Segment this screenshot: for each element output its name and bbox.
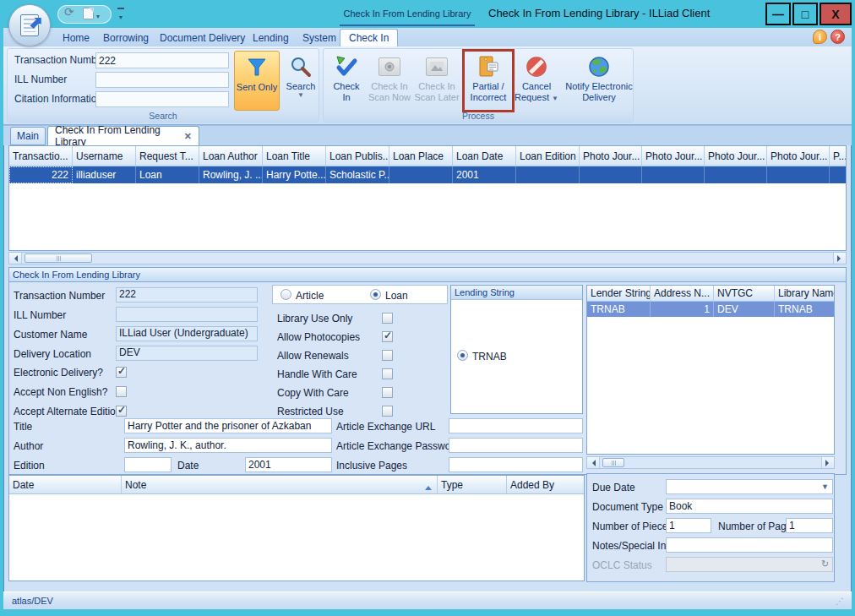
maximize-button[interactable]: □ (792, 3, 818, 25)
delivery-location-field[interactable]: DEV (116, 346, 258, 361)
tab-check-in-from-lending-library[interactable]: Check In From Lending Library ✕ (47, 126, 199, 145)
accept-alternate-edition-checkbox[interactable] (116, 406, 127, 417)
customer-name-field[interactable]: ILLiad User (Undergraduate) (116, 326, 258, 341)
electronic-delivery-checkbox[interactable] (116, 367, 127, 378)
titlebar-context-tab[interactable]: Check In From Lending Library (340, 2, 475, 26)
tab-main[interactable]: Main (10, 127, 46, 145)
copy-with-care-checkbox[interactable] (382, 387, 393, 398)
article-exchange-url-input[interactable] (449, 418, 583, 433)
column-header-loan-place[interactable]: Loan Place (389, 146, 453, 166)
column-header-photo-journal-2[interactable]: Photo Jour... (642, 146, 705, 166)
citation-information-input[interactable] (95, 91, 229, 107)
document-type-input[interactable] (666, 499, 833, 514)
column-header-type[interactable]: Type (438, 476, 507, 493)
search-button[interactable]: Search ▼ (283, 51, 319, 111)
column-header-library-name[interactable]: Library Name (775, 286, 834, 301)
refresh-icon[interactable]: ⟳ (64, 6, 74, 18)
column-header-transaction[interactable]: Transactio... (9, 146, 73, 166)
check-in-button[interactable]: Check In (327, 51, 366, 111)
column-header-note[interactable]: Note (122, 476, 438, 493)
restricted-use-checkbox[interactable] (382, 406, 393, 417)
column-header-photo-journal-3[interactable]: Photo Jour... (705, 146, 767, 166)
check-in-scan-now-button[interactable]: Check In Scan Now (368, 51, 411, 111)
lender-scroll-left-icon[interactable] (587, 457, 600, 468)
customize-toolbar-icon[interactable]: ▾ (117, 8, 125, 22)
column-header-date[interactable]: Date (9, 476, 122, 493)
cell-loan-title: Harry Potte... (263, 166, 326, 183)
help-icon[interactable]: ? (830, 30, 845, 44)
number-of-pages-input[interactable] (786, 518, 833, 533)
tab-active-label: Check In From Lending Library (55, 124, 184, 148)
column-header-nvtgc[interactable]: NVTGC (714, 286, 775, 301)
column-header-loan-author[interactable]: Loan Author (199, 146, 263, 166)
lender-scroll-right-icon[interactable] (821, 457, 834, 468)
ribbon-tab-system[interactable]: System (294, 29, 345, 46)
lending-string-trnab-radio[interactable] (457, 350, 468, 361)
ribbon-tab-document-delivery[interactable]: Document Delivery (151, 29, 253, 46)
new-document-dropdown-icon[interactable]: ▾ (96, 11, 100, 23)
titlebar-context-tab-label: Check In From Lending Library (343, 8, 471, 19)
results-row-selected[interactable]: 222 illiaduser Loan Rowling, J. ... Harr… (9, 166, 846, 183)
allow-photocopies-checkbox[interactable] (382, 331, 393, 342)
column-header-photo-journal-1[interactable]: Photo Jour... (580, 146, 642, 166)
library-use-only-checkbox[interactable] (382, 313, 393, 324)
tab-close-icon[interactable]: ✕ (184, 131, 192, 142)
minimize-button[interactable]: — (765, 3, 791, 25)
detail-ill-number-field[interactable] (116, 307, 258, 322)
column-header-address-number[interactable]: Address N... (651, 286, 714, 301)
scroll-left-icon[interactable] (9, 253, 22, 264)
accept-non-english-checkbox[interactable] (116, 386, 127, 397)
oclc-refresh-icon[interactable]: ↻ (821, 559, 829, 570)
ill-number-input[interactable] (95, 72, 229, 88)
column-header-username[interactable]: Username (73, 146, 136, 166)
loan-radio[interactable] (370, 289, 381, 300)
new-document-icon[interactable] (83, 8, 94, 19)
ribbon-tab-borrowing[interactable]: Borrowing (95, 29, 157, 46)
scroll-thumb[interactable] (25, 253, 92, 263)
close-button[interactable]: X (820, 3, 852, 25)
transaction-number-input[interactable] (95, 52, 229, 68)
lender-scroll-thumb[interactable] (602, 458, 624, 467)
due-date-dropdown[interactable] (666, 479, 833, 494)
column-header-partial[interactable]: P... (830, 146, 846, 166)
detail-transaction-number-field[interactable]: 222 (116, 287, 258, 303)
resize-grip-icon[interactable]: ⋰ (836, 597, 843, 606)
inclusive-pages-input[interactable] (449, 457, 583, 472)
handle-with-care-checkbox[interactable] (382, 368, 393, 379)
notify-label-1: Notify Electronic (565, 81, 632, 92)
date-input[interactable] (245, 457, 332, 472)
ribbon-tab-check-in[interactable]: Check In (340, 29, 398, 46)
article-radio[interactable] (280, 289, 291, 300)
notes-special-instructions-input[interactable] (666, 537, 833, 553)
column-header-loan-date[interactable]: Loan Date (453, 146, 516, 166)
edition-input[interactable] (124, 457, 172, 472)
column-header-added-by[interactable]: Added By (507, 476, 584, 493)
library-use-only-label: Library Use Only (277, 313, 352, 324)
column-header-lender-string[interactable]: Lender String (587, 286, 651, 301)
cancel-request-button[interactable]: Cancel Request ▼ (515, 51, 558, 111)
application-button[interactable]: ⬈ (8, 4, 51, 46)
lender-row-selected[interactable]: TRNAB 1 DEV TRNAB (587, 302, 834, 317)
ribbon-tab-home[interactable]: Home (54, 29, 98, 46)
title-input[interactable] (124, 418, 332, 433)
column-header-photo-journal-4[interactable]: Photo Jour... (767, 146, 830, 166)
author-input[interactable] (124, 438, 332, 453)
allow-renewals-checkbox[interactable] (382, 350, 393, 361)
scroll-right-icon[interactable] (833, 253, 846, 264)
ribbon-tab-lending[interactable]: Lending (244, 29, 297, 46)
column-header-loan-publisher[interactable]: Loan Publis... (326, 146, 389, 166)
results-horizontal-scrollbar[interactable] (8, 252, 847, 264)
notify-electronic-delivery-button[interactable]: Notify Electronic Delivery (567, 51, 631, 111)
detail-transaction-number-label: Transaction Number (14, 290, 105, 302)
article-exchange-password-input[interactable] (449, 438, 583, 453)
partial-incorrect-button[interactable]: Partial / Incorrect (466, 51, 511, 111)
due-date-dropdown-icon[interactable]: ▼ (821, 482, 829, 491)
sent-only-button[interactable]: Sent Only (234, 51, 280, 111)
column-header-loan-title[interactable]: Loan Title (263, 146, 326, 166)
lender-horizontal-scrollbar[interactable] (586, 456, 835, 469)
number-of-pieces-input[interactable] (666, 518, 711, 533)
check-in-scan-later-button[interactable]: Check In Scan Later (413, 51, 460, 111)
column-header-request-type[interactable]: Request T... (136, 146, 199, 166)
info-icon[interactable]: i (813, 30, 827, 44)
column-header-loan-edition[interactable]: Loan Edition (516, 146, 580, 166)
